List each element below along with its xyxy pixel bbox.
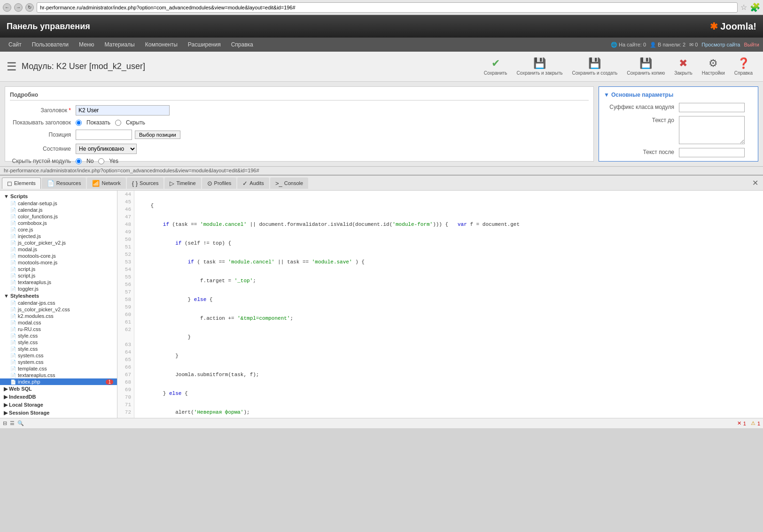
nav-menu[interactable]: Меню: [74, 39, 99, 50]
tree-item[interactable]: 📄toggler.js: [0, 285, 117, 292]
tree-item[interactable]: 📄system.css: [0, 359, 117, 365]
warning-icon: ⚠: [751, 420, 755, 426]
logout-link[interactable]: Выйти: [744, 42, 759, 47]
active-file-item[interactable]: 📄 index.php 1: [0, 378, 117, 385]
yes-radio[interactable]: [98, 158, 104, 164]
scripts-group[interactable]: ▼ Scripts: [0, 193, 117, 200]
stylesheets-group[interactable]: ▼ Stylesheets: [0, 292, 117, 300]
tab-sources[interactable]: { } Sources: [127, 177, 164, 189]
nav-users[interactable]: Пользователи: [27, 39, 73, 50]
text-after-label: Текст после: [604, 148, 679, 155]
position-input[interactable]: [76, 130, 132, 140]
text-after-input[interactable]: [679, 148, 745, 157]
save-icon: ✔: [491, 57, 500, 69]
tree-item[interactable]: 📄modal.js: [0, 246, 117, 253]
nav-materials[interactable]: Материалы: [100, 39, 139, 50]
tab-profiles[interactable]: ⊙ Profiles: [202, 177, 237, 189]
tree-item[interactable]: 📄mootools-core.js: [0, 253, 117, 259]
tab-timeline[interactable]: ▷ Timeline: [164, 177, 201, 189]
form-panel: Подробно Заголовок Показывать заголовок …: [5, 86, 594, 162]
tree-item[interactable]: 📄mootools-more.js: [0, 259, 117, 266]
tree-item[interactable]: 📄color_functions.js: [0, 213, 117, 220]
tree-item[interactable]: 📄textareaplus.js: [0, 279, 117, 285]
tab-console[interactable]: >_ Console: [270, 177, 308, 189]
save-new-icon: 💾: [588, 57, 601, 69]
title-input[interactable]: [76, 105, 170, 116]
tab-network[interactable]: 📶 Network: [87, 177, 125, 189]
sessionstorage-group[interactable]: ▶ Session Storage: [0, 409, 117, 417]
forward-button[interactable]: →: [14, 3, 23, 12]
settings-icon: ⚙: [708, 57, 718, 69]
state-label: Состояние: [10, 146, 76, 152]
list-icon[interactable]: ☰: [10, 420, 15, 426]
hide-radio[interactable]: [115, 120, 121, 126]
nav-extensions[interactable]: Расширения: [183, 39, 226, 50]
dock-icon[interactable]: ⊟: [3, 420, 7, 426]
tree-item[interactable]: 📄calendar.js: [0, 207, 117, 213]
tree-item[interactable]: 📄textareaplus.css: [0, 372, 117, 378]
tree-item[interactable]: 📄script.js: [0, 266, 117, 272]
save-copy-button[interactable]: 💾 Сохранить копию: [623, 55, 669, 77]
tree-item[interactable]: 📄style.css: [0, 339, 117, 346]
save-button[interactable]: ✔ Сохранить: [480, 55, 511, 77]
preview-link[interactable]: Просмотр сайта: [701, 42, 740, 47]
settings-button[interactable]: ⚙ Настройки: [698, 55, 729, 77]
top-navigation: Сайт Пользователи Меню Материалы Компоне…: [0, 38, 763, 52]
search-icon[interactable]: 🔍: [17, 420, 24, 426]
position-select-button[interactable]: Выбор позиции: [135, 131, 180, 139]
online-status: 🌐 На сайте: 0: [611, 42, 646, 48]
status-bar: hr-performance.ru/administrator/index.ph…: [0, 166, 763, 175]
error-x-icon: ✕: [737, 420, 741, 426]
back-button[interactable]: ←: [3, 3, 11, 12]
localstorage-group[interactable]: ▶ Local Storage: [0, 401, 117, 409]
browser-chrome: ← → ↻ ☆ 🧩: [0, 0, 763, 15]
save-new-button[interactable]: 💾 Сохранить и создать: [568, 55, 621, 77]
tree-item[interactable]: 📄ru-RU.css: [0, 326, 117, 332]
save-close-button[interactable]: 💾 Сохранить и закрыть: [513, 55, 567, 77]
page-title-area: ☰ Модуль: K2 User [mod_k2_user]: [7, 60, 145, 73]
help-button[interactable]: ❓ Справка: [731, 55, 756, 77]
tree-item[interactable]: 📄script.js: [0, 272, 117, 279]
tree-item[interactable]: 📄style.css: [0, 346, 117, 352]
tree-item[interactable]: 📄calendar-jps.css: [0, 300, 117, 306]
nav-help[interactable]: Справка: [226, 39, 258, 50]
indexeddb-group[interactable]: ▶ IndexedDB: [0, 393, 117, 401]
tree-item[interactable]: 📄modal.css: [0, 319, 117, 326]
url-bar[interactable]: [37, 2, 738, 13]
tree-item[interactable]: 📄injected.js: [0, 233, 117, 239]
nav-components[interactable]: Компоненты: [140, 39, 182, 50]
tree-item[interactable]: 📄system.css: [0, 352, 117, 359]
resources-icon: 📄: [47, 180, 54, 187]
refresh-button[interactable]: ↻: [25, 3, 34, 12]
state-select[interactable]: Не опубликовано: [76, 144, 137, 154]
tab-audits[interactable]: ✓ Audits: [237, 177, 269, 189]
tree-item[interactable]: 📄combobox.js: [0, 220, 117, 226]
tab-elements[interactable]: ◻ Elements: [2, 177, 41, 189]
tree-item[interactable]: 📄js_color_picker_v2.js: [0, 239, 117, 246]
no-radio[interactable]: [76, 158, 82, 164]
tab-resources[interactable]: 📄 Resources: [42, 177, 86, 189]
close-button[interactable]: ✖ Закрыть: [670, 55, 696, 77]
tree-item[interactable]: 📄js_color_picker_v2.css: [0, 306, 117, 313]
devtools-close-button[interactable]: ✕: [749, 178, 761, 187]
css-suffix-row: Суффикс класса модуля: [604, 103, 753, 112]
show-radio[interactable]: [76, 120, 82, 126]
save-close-icon: 💾: [533, 57, 546, 69]
no-label: No: [86, 158, 93, 164]
bookmark-icon[interactable]: ☆: [740, 3, 747, 12]
websql-group[interactable]: ▶ Web SQL: [0, 385, 117, 393]
tree-item[interactable]: 📄template.css: [0, 365, 117, 372]
text-before-input[interactable]: [679, 116, 745, 144]
tree-item[interactable]: 📄style.css: [0, 332, 117, 339]
css-suffix-input[interactable]: [679, 103, 745, 112]
joomla-logo: ✱ Joomla!: [710, 21, 756, 32]
warning-count: 1: [757, 421, 760, 426]
hide-label: Скрыть: [126, 119, 145, 126]
nav-site[interactable]: Сайт: [4, 39, 26, 50]
tree-item[interactable]: 📄core.js: [0, 226, 117, 233]
state-row: Состояние Не опубликовано: [10, 144, 589, 154]
code-panel[interactable]: 44 45 46 47 48 49 50 51 52 53 54 55 56 5…: [117, 191, 763, 418]
tree-item[interactable]: 📄calendar-setup.js: [0, 200, 117, 207]
tree-item[interactable]: 📄k2.modules.css: [0, 313, 117, 319]
profiles-icon: ⊙: [207, 180, 212, 187]
